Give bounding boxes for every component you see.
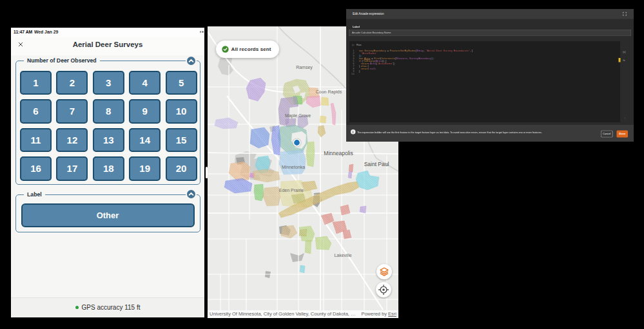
svg-text:Ramsey: Ramsey xyxy=(296,65,313,70)
svg-text:Minneapolis: Minneapolis xyxy=(324,150,353,156)
svg-text:Saint Paul: Saint Paul xyxy=(364,161,389,167)
svg-text:Coon Rapids: Coon Rapids xyxy=(316,89,342,95)
svg-text:Maple Grove: Maple Grove xyxy=(285,113,311,118)
svg-text:Eden Prairie: Eden Prairie xyxy=(279,188,304,193)
svg-text:Minnetonka: Minnetonka xyxy=(282,165,305,169)
svg-text:Lakeville: Lakeville xyxy=(334,253,351,258)
